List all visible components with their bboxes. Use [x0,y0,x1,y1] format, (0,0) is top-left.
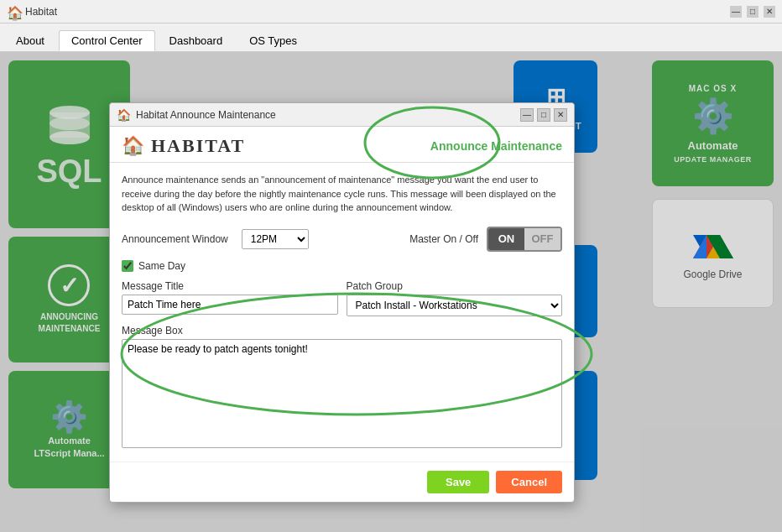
message-title-input[interactable] [122,295,338,315]
announcement-window-row: Announcement Window 12PM 6AM 8AM 10AM 2P… [122,227,562,252]
app-title: Habitat [25,6,57,18]
master-toggle-area: Master On / Off ON OFF [409,227,562,252]
tab-control-center[interactable]: Control Center [59,30,155,51]
modal-titlebar-title: Habitat Announce Maintenance [136,109,520,121]
save-button[interactable]: Save [427,471,489,493]
toggle-on-button[interactable]: ON [488,228,524,250]
modal-header: 🏠 Habitat Announce Maintenance [110,127,574,163]
patch-group-group: Patch Group Patch Install - Workstations… [347,280,563,316]
master-toggle-label: Master On / Off [409,233,478,245]
master-toggle-switch[interactable]: ON OFF [487,227,562,252]
maximize-button[interactable]: □ [747,6,759,18]
message-title-label: Message Title [122,280,338,292]
two-col-form: Message Title Patch Group Patch Install … [122,280,562,316]
modal-maximize-button[interactable]: □ [537,108,550,122]
modal-titlebar-icon: 🏠 [117,108,131,122]
modal-footer: Save Cancel [110,462,574,502]
message-box-group: Message Box [122,325,562,451]
window-controls: — □ ✕ [730,6,775,18]
modal-subtitle: Announce Maintenance [430,139,562,153]
modal-description: Announce maintenance sends an "announcem… [122,173,562,215]
habitat-logo: 🏠 Habitat [122,135,245,157]
cancel-button[interactable]: Cancel [496,471,562,493]
message-box-label: Message Box [122,325,562,336]
navbar: About Control Center Dashboard OS Types [0,23,782,52]
same-day-checkbox[interactable] [122,260,133,272]
toggle-off-button[interactable]: OFF [524,228,560,250]
same-day-row: Same Day [122,260,562,272]
app-titlebar: 🏠 Habitat — □ ✕ [0,0,782,23]
tab-about[interactable]: About [3,30,57,51]
habitat-logo-text: Habitat [151,135,245,157]
same-day-label: Same Day [138,260,185,272]
minimize-button[interactable]: — [730,6,742,18]
habitat-logo-icon: 🏠 [122,135,144,157]
modal-dialog: 🏠 Habitat Announce Maintenance — □ ✕ 🏠 H… [109,102,575,503]
message-box-textarea[interactable] [122,339,562,448]
patch-group-label: Patch Group [347,280,563,292]
message-title-group: Message Title [122,280,338,316]
tab-dashboard[interactable]: Dashboard [157,30,236,51]
modal-titlebar: 🏠 Habitat Announce Maintenance — □ ✕ [110,103,574,127]
modal-body: Announce maintenance sends an "announcem… [110,163,574,462]
announcement-window-label: Announcement Window [122,233,228,245]
announcement-window-select[interactable]: 12PM 6AM 8AM 10AM 2PM 4PM 6PM [242,229,309,249]
modal-close-button[interactable]: ✕ [554,108,567,122]
app-icon: 🏠 [7,5,20,18]
main-content: SQL SQL ✓ ANNOUNCINGMAINTENANCE ⚙️ Autom… [0,52,782,532]
modal-controls: — □ ✕ [520,108,567,122]
close-button[interactable]: ✕ [764,6,775,18]
patch-group-select[interactable]: Patch Install - Workstations Patch Insta… [347,295,563,316]
modal-minimize-button[interactable]: — [520,108,534,122]
tab-os-types[interactable]: OS Types [237,30,310,51]
